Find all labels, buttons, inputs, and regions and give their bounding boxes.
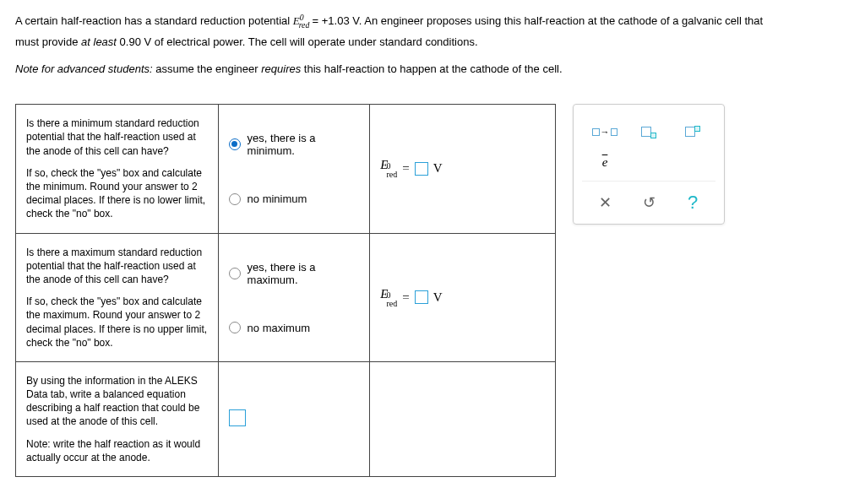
help-icon: ?	[688, 192, 698, 214]
electron-icon: e	[602, 155, 608, 170]
max-options: yes, there is a maximum. no maximum	[218, 233, 370, 361]
max-yes-radio-row[interactable]: yes, there is a maximum.	[229, 261, 360, 286]
min-value-cell: E0red = V	[370, 105, 556, 233]
max-no-label: no maximum	[248, 322, 310, 334]
row-minimum: Is there a minimum standard reduction po…	[16, 105, 556, 233]
max-value-input[interactable]	[415, 290, 428, 304]
box-icon	[611, 128, 618, 136]
tool-box-superscript[interactable]	[680, 120, 705, 144]
radio-icon	[229, 322, 241, 333]
problem-line2-italic: at least	[81, 35, 117, 48]
eqn-q2: Note: write the half reaction as it woul…	[26, 437, 208, 464]
problem-line2-post: 0.90 V of electrical power. The cell wil…	[117, 35, 478, 48]
min-prompt: Is there a minimum standard reduction po…	[16, 105, 219, 233]
radio-icon	[229, 138, 241, 150]
max-value-cell: E0red = V	[370, 233, 556, 361]
superscript-box-icon	[694, 126, 700, 132]
max-equation: E0red = V	[380, 287, 442, 308]
problem-note: Note for advanced students: assume the e…	[15, 59, 850, 79]
note-prefix: Note for advanced students:	[15, 62, 153, 75]
max-yes-label: yes, there is a maximum.	[248, 261, 360, 286]
tool-box-arrow-box[interactable]: →	[592, 120, 617, 144]
eqn-prompt: By using the information in the ALEKS Da…	[16, 361, 219, 476]
action-row: ✕ ↺ ?	[582, 181, 715, 215]
min-yes-label: yes, there is a minimum.	[248, 132, 360, 157]
e0-value: = +1.03 V	[313, 14, 359, 27]
min-no-radio-row[interactable]: no minimum	[229, 192, 360, 205]
note-post: this half-reaction to happen at the cath…	[301, 62, 562, 75]
close-button[interactable]: ✕	[590, 190, 619, 215]
problem-line1-pre: A certain half-reaction has a standard r…	[15, 14, 293, 27]
reset-icon: ↺	[643, 193, 656, 212]
note-italic: requires	[261, 62, 301, 75]
tool-row-2: e	[582, 150, 715, 174]
eqn-empty	[370, 361, 556, 476]
problem-line2-pre: must provide	[15, 35, 81, 48]
close-icon: ✕	[599, 193, 612, 212]
min-yes-radio-row[interactable]: yes, there is a minimum.	[229, 132, 360, 157]
min-unit: V	[433, 161, 443, 176]
row-equation: By using the information in the ALEKS Da…	[16, 361, 556, 476]
subscript-box-icon	[650, 133, 656, 138]
max-no-radio-row[interactable]: no maximum	[229, 322, 360, 334]
radio-icon	[229, 193, 241, 205]
equation-input[interactable]	[229, 409, 246, 426]
min-equation: E0red = V	[380, 158, 442, 179]
eqn-input-cell	[218, 361, 370, 476]
box-icon	[592, 128, 600, 136]
tool-panel: → e ✕ ↺ ?	[573, 104, 725, 225]
arrow-icon: →	[601, 127, 610, 137]
reset-button[interactable]: ↺	[634, 190, 663, 215]
e0-symbol: E0red	[293, 14, 313, 27]
help-button[interactable]: ?	[678, 190, 707, 215]
min-no-label: no minimum	[248, 192, 307, 205]
max-unit: V	[433, 290, 443, 305]
note-mid: assume the engineer	[153, 62, 262, 75]
problem-line1-post: . An engineer proposes using this half-r…	[359, 14, 763, 27]
radio-icon	[229, 268, 241, 279]
min-value-input[interactable]	[415, 162, 428, 176]
tool-row-1: →	[582, 120, 715, 144]
problem-statement: A certain half-reaction has a standard r…	[15, 10, 850, 52]
eqn-q1: By using the information in the ALEKS Da…	[26, 374, 208, 429]
main-content: Is there a minimum standard reduction po…	[15, 104, 850, 477]
row-maximum: Is there a maximum standard reduction po…	[16, 233, 556, 361]
answer-table: Is there a minimum standard reduction po…	[15, 104, 556, 477]
tool-electron[interactable]: e	[592, 150, 617, 174]
max-prompt: Is there a maximum standard reduction po…	[16, 233, 219, 361]
tool-box-subscript[interactable]	[636, 120, 661, 144]
min-options: yes, there is a minimum. no minimum	[218, 105, 370, 233]
